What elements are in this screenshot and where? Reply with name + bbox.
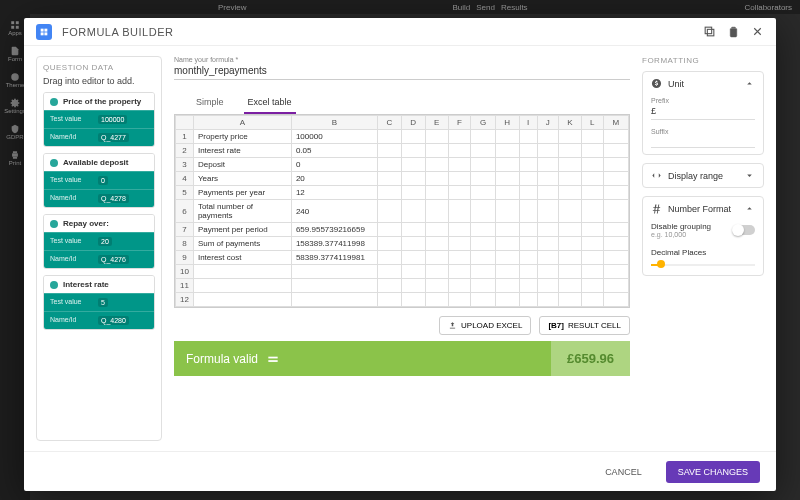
cell[interactable] [377, 200, 401, 223]
copy-button[interactable] [702, 25, 716, 39]
cell[interactable] [519, 279, 537, 293]
cell[interactable] [425, 130, 448, 144]
column-header[interactable]: H [495, 116, 519, 130]
cell[interactable] [448, 251, 470, 265]
cell[interactable] [519, 223, 537, 237]
cell[interactable] [425, 265, 448, 279]
cell[interactable] [581, 144, 603, 158]
tab-simple[interactable]: Simple [192, 92, 228, 114]
sidebar-print[interactable]: Print [7, 150, 23, 166]
cell[interactable] [519, 130, 537, 144]
cell[interactable] [401, 293, 425, 307]
number-format-header[interactable]: Number Format [651, 203, 755, 214]
cell[interactable] [425, 237, 448, 251]
cell[interactable] [581, 130, 603, 144]
cell[interactable] [558, 223, 581, 237]
column-header[interactable] [176, 116, 194, 130]
tab-excel-table[interactable]: Excel table [244, 92, 296, 114]
save-button[interactable]: SAVE CHANGES [666, 461, 760, 483]
cell[interactable]: 659.955739216659 [291, 223, 377, 237]
cell[interactable] [537, 158, 558, 172]
cell[interactable] [291, 265, 377, 279]
cell[interactable] [448, 186, 470, 200]
cell[interactable] [377, 158, 401, 172]
cell[interactable]: 100000 [291, 130, 377, 144]
topbar-collaborators[interactable]: Collaborators [744, 3, 792, 12]
column-header[interactable]: F [448, 116, 470, 130]
cell[interactable] [377, 223, 401, 237]
cell[interactable] [401, 144, 425, 158]
cell[interactable] [495, 251, 519, 265]
column-header[interactable]: B [291, 116, 377, 130]
column-header[interactable]: D [401, 116, 425, 130]
cell[interactable] [495, 293, 519, 307]
cell[interactable]: Sum of payments [193, 237, 291, 251]
cell[interactable] [448, 130, 470, 144]
cell[interactable] [519, 172, 537, 186]
cell[interactable] [495, 279, 519, 293]
cell[interactable]: Deposit [193, 158, 291, 172]
cell[interactable] [377, 172, 401, 186]
sidebar-settings[interactable]: Settings [7, 98, 23, 114]
prefix-input[interactable]: £ [651, 106, 755, 120]
cell[interactable]: 20 [291, 172, 377, 186]
cell[interactable] [603, 200, 628, 223]
cancel-button[interactable]: CANCEL [593, 461, 654, 483]
column-header[interactable]: L [581, 116, 603, 130]
cell[interactable] [495, 144, 519, 158]
cell[interactable] [519, 293, 537, 307]
cell[interactable] [537, 130, 558, 144]
cell[interactable] [401, 130, 425, 144]
cell[interactable] [425, 223, 448, 237]
column-header[interactable]: E [425, 116, 448, 130]
cell[interactable] [603, 144, 628, 158]
cell[interactable] [537, 172, 558, 186]
column-header[interactable]: C [377, 116, 401, 130]
cell[interactable] [471, 130, 496, 144]
cell[interactable] [537, 186, 558, 200]
cell[interactable] [401, 172, 425, 186]
cell[interactable] [193, 265, 291, 279]
cell[interactable] [377, 130, 401, 144]
cell[interactable] [519, 144, 537, 158]
formula-name-input[interactable]: monthly_repayments [174, 65, 630, 80]
cell[interactable] [581, 279, 603, 293]
sidebar-gdpr[interactable]: GDPR [7, 124, 23, 140]
cell[interactable] [425, 172, 448, 186]
cell[interactable] [558, 186, 581, 200]
cell[interactable] [401, 223, 425, 237]
cell[interactable] [519, 186, 537, 200]
cell[interactable] [603, 172, 628, 186]
cell[interactable] [193, 293, 291, 307]
cell[interactable] [558, 265, 581, 279]
cell[interactable] [581, 158, 603, 172]
cell[interactable] [471, 293, 496, 307]
cell[interactable] [377, 279, 401, 293]
sidebar-form[interactable]: Form [7, 46, 23, 62]
display-range-header[interactable]: Display range [651, 170, 755, 181]
close-button[interactable] [750, 25, 764, 39]
cell[interactable] [401, 279, 425, 293]
cell[interactable] [425, 293, 448, 307]
cell[interactable] [519, 158, 537, 172]
cell[interactable] [495, 237, 519, 251]
result-cell-button[interactable]: [B7] RESULT CELL [539, 316, 630, 335]
cell[interactable] [377, 251, 401, 265]
cell[interactable] [425, 200, 448, 223]
cell[interactable] [471, 237, 496, 251]
cell[interactable] [537, 200, 558, 223]
cell[interactable] [519, 237, 537, 251]
cell[interactable] [291, 279, 377, 293]
cell[interactable] [448, 158, 470, 172]
cell[interactable] [448, 200, 470, 223]
cell[interactable] [291, 293, 377, 307]
cell[interactable] [581, 172, 603, 186]
cell[interactable]: 0 [291, 158, 377, 172]
cell[interactable] [519, 200, 537, 223]
cell[interactable] [471, 279, 496, 293]
cell[interactable] [537, 251, 558, 265]
cell[interactable] [603, 293, 628, 307]
cell[interactable] [603, 223, 628, 237]
cell[interactable] [377, 293, 401, 307]
column-header[interactable]: G [471, 116, 496, 130]
